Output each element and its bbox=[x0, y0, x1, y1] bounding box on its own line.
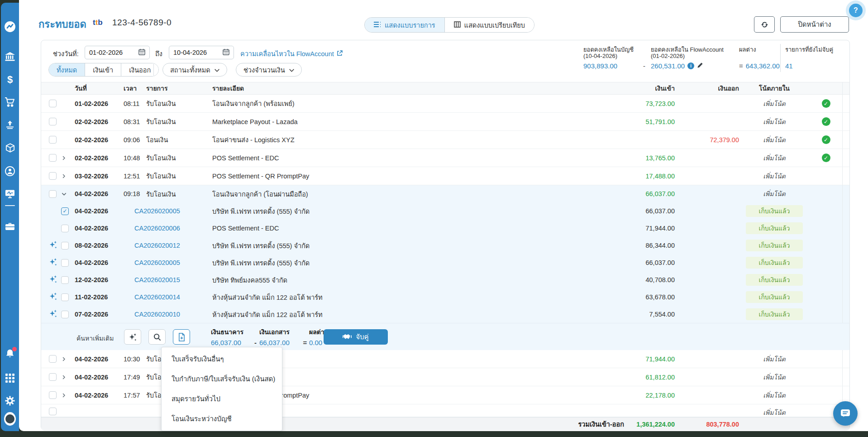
refresh-button[interactable] bbox=[754, 16, 775, 33]
apps-icon[interactable] bbox=[4, 372, 16, 384]
row-checkbox[interactable] bbox=[49, 154, 57, 162]
candidate-doc-link[interactable]: CA2026020012 bbox=[124, 242, 212, 249]
dollar-icon[interactable]: $ bbox=[4, 74, 16, 86]
add-note-link[interactable]: เพิ่มโน้ต bbox=[763, 99, 785, 109]
row-date: 02-02-2026 bbox=[75, 118, 124, 125]
match-button[interactable]: จับคู่ bbox=[324, 329, 388, 345]
date-from-input[interactable]: 01-02-2026 bbox=[85, 46, 150, 59]
add-note-link[interactable]: เพิ่มโน้ต bbox=[763, 372, 785, 382]
col-type: รายการ bbox=[146, 83, 212, 93]
info-icon[interactable]: i bbox=[687, 62, 694, 69]
amount-range-dropdown[interactable]: ช่วงจำนวนเงิน bbox=[236, 63, 302, 77]
row-checkbox[interactable] bbox=[49, 355, 57, 363]
doc-amount-label: เงินเอกสาร bbox=[259, 327, 301, 337]
add-note-link[interactable]: เพิ่มโน้ต bbox=[763, 117, 785, 127]
flowaccount-logo[interactable] bbox=[4, 21, 16, 33]
candidate-doc-link[interactable]: CA2026020006 bbox=[124, 225, 212, 232]
row-checkbox[interactable] bbox=[49, 408, 57, 415]
direction-tab-other[interactable]: เงินออก bbox=[121, 63, 158, 76]
search-button[interactable] bbox=[148, 329, 166, 345]
date-range-label: ช่วงวันที่: bbox=[53, 48, 79, 59]
candidate-row[interactable]: 08-02-2026CA2026020012บริษัท พี.เฟรท เทร… bbox=[41, 237, 849, 254]
search-more-link[interactable]: ค้นหาเพิ่มเติม bbox=[76, 333, 114, 343]
status-dropdown[interactable]: สถานะทั้งหมด bbox=[162, 63, 227, 77]
chevron-right-icon[interactable] bbox=[61, 155, 75, 161]
matched-check-icon: ✓ bbox=[822, 154, 830, 162]
view-list-button[interactable]: แสดงแบบรายการ bbox=[365, 18, 444, 32]
candidate-row[interactable]: 04-02-2026CA2026020006POS Settlement - E… bbox=[41, 220, 849, 237]
create-document-button[interactable] bbox=[173, 329, 190, 345]
view-compare-button[interactable]: แสดงแบบเปรียบเทียบ bbox=[444, 18, 534, 32]
direction-tab-all[interactable]: ทั้งหมด bbox=[49, 63, 85, 76]
candidate-doc-link[interactable]: CA2026020015 bbox=[124, 276, 212, 283]
direction-tab-other[interactable]: เงินเข้า bbox=[85, 63, 121, 76]
candidate-doc-link[interactable]: CA2026020005 bbox=[124, 207, 212, 215]
bank-row[interactable]: 02-02-202608:31รับโอนเงินMarketplace Pay… bbox=[41, 113, 849, 131]
column-gutter bbox=[842, 131, 849, 149]
help-button[interactable]: ? bbox=[849, 4, 863, 17]
contacts-icon[interactable] bbox=[4, 165, 16, 177]
candidate-checkbox[interactable] bbox=[61, 276, 69, 284]
row-checkbox[interactable] bbox=[49, 118, 57, 125]
bank-row[interactable]: 01-02-202608:11รับโอนเงินโอนเงินจากลูกค้… bbox=[41, 95, 849, 113]
candidate-doc-link[interactable]: CA2026020014 bbox=[124, 293, 212, 301]
chevron-right-icon[interactable] bbox=[61, 393, 75, 398]
candidate-row[interactable]: 11-02-2026CA2026020014ห้างหุ้นส่วนจำกัด … bbox=[41, 288, 849, 306]
add-note-link[interactable]: เพิ่มโน้ต bbox=[763, 189, 785, 199]
row-checkbox[interactable] bbox=[49, 136, 57, 144]
date-to-input[interactable]: 10-04-2026 bbox=[169, 46, 234, 59]
row-time: 09:18 bbox=[124, 190, 146, 197]
bank-row[interactable]: 02-02-202610:48รับโอนเงินPOS Settlement … bbox=[41, 149, 849, 167]
chevron-right-icon[interactable] bbox=[61, 173, 75, 179]
candidate-checkbox[interactable] bbox=[61, 311, 69, 318]
row-checkbox[interactable] bbox=[49, 190, 57, 198]
avatar[interactable] bbox=[4, 413, 16, 425]
settings-icon[interactable] bbox=[4, 395, 16, 407]
candidate-checkbox[interactable] bbox=[61, 242, 69, 250]
table-header: วันที่ เวลา รายการ รายละเอียด เงินเข้า เ… bbox=[41, 82, 849, 95]
candidate-checkbox[interactable] bbox=[61, 225, 69, 232]
candidate-checkbox[interactable] bbox=[61, 259, 69, 267]
bell-icon[interactable] bbox=[4, 348, 16, 360]
add-note-link[interactable]: เพิ่มโน้ต bbox=[763, 135, 785, 145]
bank-row-expanded[interactable]: 04-02-2026 09:18 รับโอนเงิน โอนเงินจากลู… bbox=[41, 185, 849, 202]
doc-menu-item[interactable]: โอนเงินระหว่างบัญชี bbox=[162, 409, 282, 429]
candidate-checkbox[interactable] bbox=[61, 293, 69, 301]
add-note-link[interactable]: เพิ่มโน้ต bbox=[763, 408, 785, 417]
briefcase-icon[interactable] bbox=[4, 221, 16, 232]
candidate-row[interactable]: 04-02-2026CA2026020005บริษัท พี.เฟรท เทร… bbox=[41, 254, 849, 271]
bank-row[interactable]: 03-02-202612:51รับโอนเงินPOS Settlement … bbox=[41, 167, 849, 185]
reports-icon[interactable] bbox=[4, 188, 16, 200]
candidate-row[interactable]: 07-02-2026CA2026020010ห้างหุ้นส่วนจำกัด … bbox=[41, 306, 849, 323]
candidate-checkbox[interactable]: ✓ bbox=[61, 207, 69, 215]
candidate-row[interactable]: 12-02-2026CA2026020015บริษัท ทิพย์มงคล55… bbox=[41, 271, 849, 288]
chevron-down-icon[interactable] bbox=[61, 191, 75, 197]
doc-menu-item[interactable]: ใบเสร็จรับเงินอื่นๆ bbox=[162, 349, 282, 369]
row-checkbox[interactable] bbox=[49, 100, 57, 107]
bank-rows-top: 01-02-202608:11รับโอนเงินโอนเงินจากลูกค้… bbox=[41, 95, 849, 185]
chat-fab[interactable] bbox=[833, 401, 858, 426]
add-note-link[interactable]: เพิ่มโน้ต bbox=[763, 390, 785, 400]
bank-row[interactable]: 02-02-202609:06โอนเงินโอนค่าขนส่ง - Logi… bbox=[41, 131, 849, 149]
chevron-right-icon[interactable] bbox=[61, 356, 75, 362]
candidate-doc-link[interactable]: CA2026020010 bbox=[124, 311, 212, 318]
package-icon[interactable] bbox=[4, 142, 16, 154]
upload-icon[interactable] bbox=[4, 119, 16, 131]
cart-icon[interactable] bbox=[4, 96, 16, 108]
add-note-link[interactable]: เพิ่มโน้ต bbox=[763, 354, 785, 364]
add-note-link[interactable]: เพิ่มโน้ต bbox=[763, 171, 785, 181]
close-window-button[interactable]: ปิดหน้าต่าง bbox=[780, 16, 849, 33]
edit-pencil-icon[interactable] bbox=[697, 62, 703, 70]
flowaccount-movement-link[interactable]: ความเคลื่อนไหวใน FlowAccount bbox=[240, 48, 343, 59]
chevron-right-icon[interactable] bbox=[61, 375, 75, 380]
row-checkbox[interactable] bbox=[49, 172, 57, 180]
add-note-link[interactable]: เพิ่มโน้ต bbox=[763, 153, 785, 163]
row-checkbox[interactable] bbox=[49, 373, 57, 381]
candidate-doc-link[interactable]: CA2026020005 bbox=[124, 259, 212, 266]
row-checkbox[interactable] bbox=[49, 391, 57, 399]
doc-menu-item[interactable]: ใบกำกับภาษี/ใบเสร็จรับเงิน (เงินสด) bbox=[162, 369, 282, 389]
candidate-row[interactable]: ✓04-02-2026CA2026020005บริษัท พี.เฟรท เท… bbox=[41, 202, 849, 220]
ai-suggest-button[interactable] bbox=[124, 329, 141, 345]
doc-menu-item[interactable]: สมุดรายวันทั่วไป bbox=[162, 389, 282, 409]
bank-icon[interactable] bbox=[4, 51, 16, 62]
